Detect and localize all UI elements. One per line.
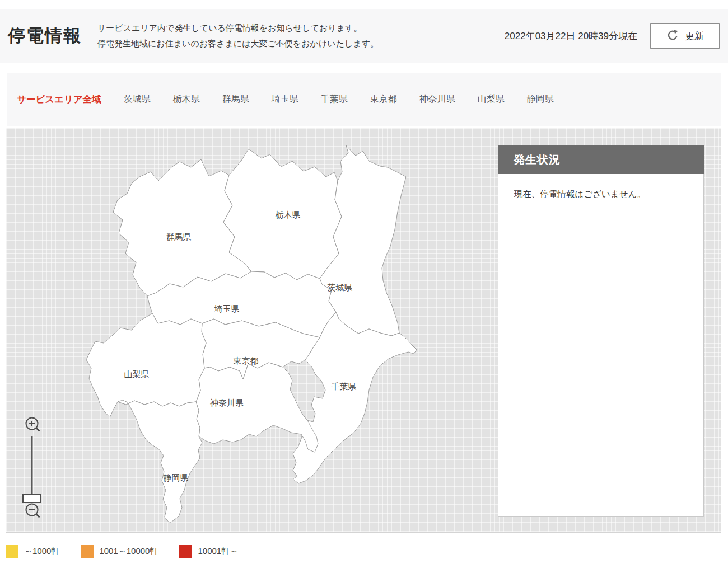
map-zoom-control <box>18 415 45 525</box>
tab-label: 栃木県 <box>173 94 200 104</box>
tab-label: 神奈川県 <box>419 94 455 104</box>
legend-swatch-red <box>179 545 192 558</box>
legend-item: 10001軒～ <box>179 545 238 558</box>
zoom-in-icon[interactable] <box>26 418 40 431</box>
tab-tokyo[interactable]: 東京都 <box>370 93 397 126</box>
tab-yamanashi[interactable]: 山梨県 <box>478 93 505 126</box>
tab-ibaraki[interactable]: 茨城県 <box>124 93 151 126</box>
outage-map[interactable]: 栃木県 群馬県 茨城県 埼玉県 東京都 千葉県 山梨県 神奈川県 静岡県 発生状… <box>6 128 721 533</box>
refresh-button[interactable]: 更新 <box>650 23 720 49</box>
tab-chiba[interactable]: 千葉県 <box>321 93 348 126</box>
tab-label: 埼玉県 <box>272 94 298 104</box>
tab-label: 山梨県 <box>478 94 505 104</box>
tab-label: 千葉県 <box>321 94 348 104</box>
map-region-yamanashi[interactable] <box>86 313 206 417</box>
legend: ～1000軒 1001～10000軒 10001軒～ <box>6 545 238 558</box>
refresh-icon <box>666 29 679 43</box>
legend-label: 10001軒～ <box>198 546 238 557</box>
legend-item: 1001～10000軒 <box>81 545 158 558</box>
page-description-line1: サービスエリア内で発生している停電情報をお知らせしております。 <box>97 20 379 36</box>
tab-label: 群馬県 <box>222 94 249 104</box>
zoom-slider-handle[interactable] <box>23 494 41 502</box>
tab-tochigi[interactable]: 栃木県 <box>173 93 200 126</box>
page-description: サービスエリア内で発生している停電情報をお知らせしております。 停電発生地域にお… <box>97 20 379 51</box>
status-panel-message: 現在、停電情報はございません。 <box>514 189 646 199</box>
legend-swatch-orange <box>81 545 94 558</box>
last-updated-time: 2022年03月22日 20時39分現在 <box>505 30 637 43</box>
status-panel-title: 発生状況 <box>498 145 704 174</box>
page-title: 停電情報 <box>8 24 82 48</box>
legend-item: ～1000軒 <box>6 545 59 558</box>
header-right-group: 2022年03月22日 20時39分現在 更新 <box>505 23 720 49</box>
status-panel-body: 現在、停電情報はございません。 <box>498 174 704 517</box>
tab-kanagawa[interactable]: 神奈川県 <box>419 93 455 126</box>
tab-gunma[interactable]: 群馬県 <box>222 93 249 126</box>
tab-label: 静岡県 <box>527 94 554 104</box>
map-region-kanagawa[interactable] <box>196 363 318 452</box>
legend-label: ～1000軒 <box>24 546 59 557</box>
page-description-line2: 停電発生地域にお住まいのお客さまには大変ご不便をおかけいたします。 <box>97 36 379 51</box>
tab-service-area-all[interactable]: サービスエリア全域 <box>17 93 101 126</box>
legend-swatch-yellow <box>6 545 18 558</box>
legend-label: 1001～10000軒 <box>99 546 158 557</box>
tab-shizuoka[interactable]: 静岡県 <box>527 93 554 126</box>
tab-label: 東京都 <box>370 94 397 104</box>
tab-label: 茨城県 <box>124 94 151 104</box>
zoom-out-icon[interactable] <box>26 504 40 518</box>
refresh-button-label: 更新 <box>685 30 704 43</box>
map-region-shizuoka[interactable] <box>118 400 202 523</box>
area-tabs: サービスエリア全域 茨城県 栃木県 群馬県 埼玉県 千葉県 東京都 神奈川県 山… <box>7 73 721 126</box>
status-panel: 発生状況 現在、停電情報はございません。 <box>498 145 704 517</box>
map-region-tochigi[interactable] <box>223 149 342 280</box>
page-header: 停電情報 サービスエリア内で発生している停電情報をお知らせしております。 停電発… <box>0 9 728 63</box>
tab-saitama[interactable]: 埼玉県 <box>272 93 298 126</box>
tab-label: サービスエリア全域 <box>17 94 101 104</box>
